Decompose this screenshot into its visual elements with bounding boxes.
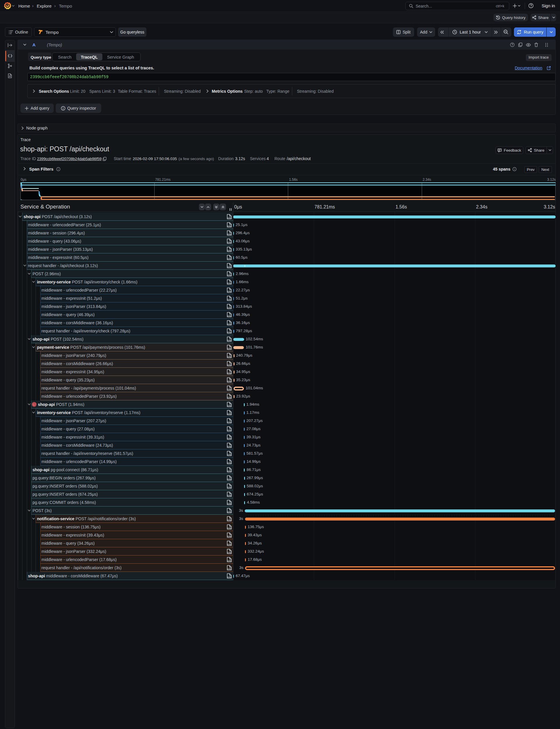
svg-text:LOG: LOG xyxy=(227,307,232,309)
svg-text:LOG: LOG xyxy=(227,380,232,382)
svg-text:LOG: LOG xyxy=(227,560,232,562)
svg-text:LOG: LOG xyxy=(227,445,232,447)
svg-text:LOG: LOG xyxy=(227,258,232,260)
svg-text:LOG: LOG xyxy=(227,372,232,374)
svg-text:LOG: LOG xyxy=(227,233,232,235)
svg-text:LOG: LOG xyxy=(227,249,232,251)
svg-text:LOG: LOG xyxy=(227,356,232,358)
svg-text:LOG: LOG xyxy=(227,502,232,504)
svg-text:LOG: LOG xyxy=(227,543,232,545)
svg-text:LOG: LOG xyxy=(227,551,232,553)
svg-text:LOG: LOG xyxy=(227,331,232,333)
svg-text:LOG: LOG xyxy=(227,282,232,284)
svg-text:LOG: LOG xyxy=(227,396,232,398)
svg-text:LOG: LOG xyxy=(227,298,232,300)
svg-text:LOG: LOG xyxy=(227,339,232,341)
svg-text:LOG: LOG xyxy=(227,225,232,227)
svg-text:LOG: LOG xyxy=(227,412,232,415)
svg-text:LOG: LOG xyxy=(227,453,232,455)
svg-text:LOG: LOG xyxy=(227,576,232,578)
svg-text:LOG: LOG xyxy=(227,404,232,406)
svg-text:LOG: LOG xyxy=(227,217,232,219)
svg-text:LOG: LOG xyxy=(227,437,232,439)
svg-text:LOG: LOG xyxy=(227,323,232,325)
svg-text:LOG: LOG xyxy=(227,347,232,349)
svg-text:LOG: LOG xyxy=(227,241,232,243)
svg-text:LOG: LOG xyxy=(227,429,232,431)
svg-text:LOG: LOG xyxy=(227,486,232,488)
svg-text:LOG: LOG xyxy=(227,535,232,537)
svg-text:LOG: LOG xyxy=(227,388,232,390)
svg-text:LOG: LOG xyxy=(227,478,232,480)
svg-text:LOG: LOG xyxy=(227,421,232,423)
svg-text:LOG: LOG xyxy=(227,274,232,276)
svg-text:LOG: LOG xyxy=(227,470,232,472)
svg-text:LOG: LOG xyxy=(227,527,232,529)
svg-text:LOG: LOG xyxy=(227,266,232,268)
svg-text:LOG: LOG xyxy=(227,315,232,317)
svg-text:LOG: LOG xyxy=(227,494,232,496)
svg-text:LOG: LOG xyxy=(227,364,232,366)
svg-text:LOG: LOG xyxy=(227,290,232,292)
svg-text:LOG: LOG xyxy=(227,461,232,464)
